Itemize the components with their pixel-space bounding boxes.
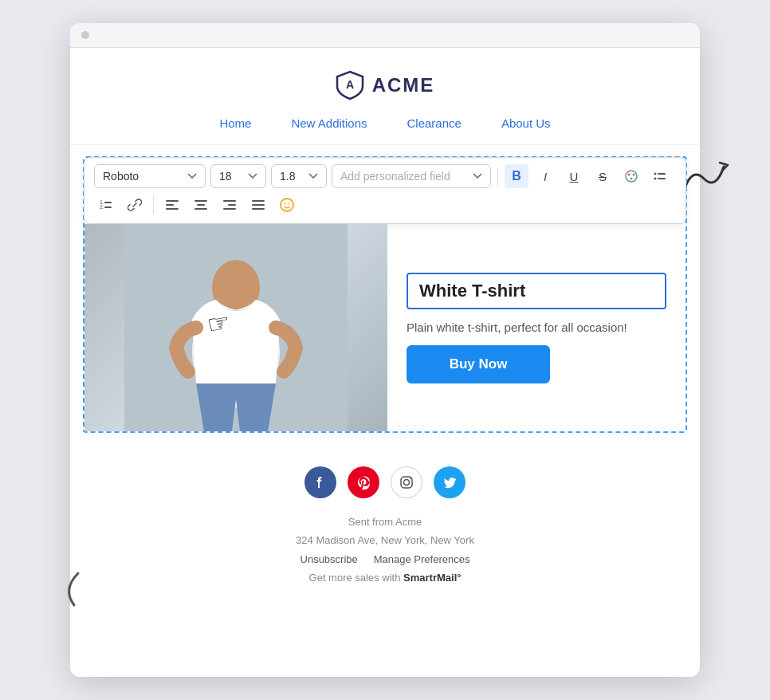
footer-links: Unsubscribe Manage Preferences bbox=[86, 553, 684, 565]
svg-rect-23 bbox=[252, 204, 265, 206]
italic-button[interactable]: I bbox=[533, 164, 557, 188]
product-section: White T-shirt Plain white t-shirt, perfe… bbox=[84, 224, 686, 431]
emoji-icon bbox=[279, 197, 295, 213]
browser-window: A ACME Home New Additions Clearance Abou… bbox=[70, 23, 700, 677]
toolbar-divider-1 bbox=[497, 167, 498, 186]
svg-point-26 bbox=[285, 203, 286, 205]
svg-point-25 bbox=[281, 199, 293, 211]
svg-rect-19 bbox=[223, 200, 236, 202]
svg-text:2.: 2. bbox=[100, 204, 104, 210]
email-footer: Sent from Acme 324 Madison Ave, New York… bbox=[70, 444, 700, 603]
browser-dot bbox=[81, 31, 89, 39]
justify-icon bbox=[252, 199, 265, 211]
product-info: White T-shirt Plain white t-shirt, perfe… bbox=[387, 224, 686, 431]
svg-point-2 bbox=[628, 174, 631, 176]
sent-from: Sent from Acme bbox=[86, 513, 684, 531]
align-left-icon bbox=[166, 199, 179, 211]
logo-area: A ACME bbox=[86, 70, 684, 100]
svg-rect-12 bbox=[104, 206, 112, 208]
svg-rect-16 bbox=[194, 200, 207, 202]
strikethrough-button[interactable]: S bbox=[591, 164, 615, 188]
list-unordered-icon bbox=[653, 169, 667, 183]
browser-chrome bbox=[70, 23, 700, 48]
powered-by-text: Get more sales with bbox=[309, 572, 401, 584]
nav-new-additions[interactable]: New Additions bbox=[291, 116, 367, 130]
svg-point-7 bbox=[654, 178, 657, 180]
unsubscribe-link[interactable]: Unsubscribe bbox=[301, 553, 358, 565]
list-ordered-icon: 1. 2. bbox=[99, 198, 113, 212]
email-content: A ACME Home New Additions Clearance Abou… bbox=[70, 48, 700, 603]
align-right-button[interactable] bbox=[218, 193, 242, 217]
ordered-list-button[interactable]: 1. 2. bbox=[94, 193, 118, 217]
link-icon bbox=[128, 198, 142, 212]
social-icons bbox=[86, 466, 684, 498]
align-center-icon bbox=[194, 199, 207, 211]
svg-rect-24 bbox=[252, 208, 265, 210]
line-spacing-select[interactable]: 1.8 1.0 1.2 1.5 2.0 bbox=[271, 164, 327, 188]
facebook-icon[interactable] bbox=[304, 466, 336, 498]
twitter-icon[interactable] bbox=[434, 466, 466, 498]
footer-text: Sent from Acme 324 Madison Ave, New York… bbox=[86, 513, 684, 550]
manage-preferences-link[interactable]: Manage Preferences bbox=[374, 553, 470, 565]
smartrmail-brand: SmartrMail° bbox=[403, 572, 461, 584]
svg-rect-8 bbox=[658, 178, 666, 179]
svg-rect-18 bbox=[194, 208, 207, 210]
product-title-box: White T-shirt bbox=[407, 273, 666, 309]
svg-rect-13 bbox=[166, 200, 179, 202]
svg-point-5 bbox=[654, 173, 657, 175]
svg-point-3 bbox=[633, 174, 635, 176]
product-illustration bbox=[124, 224, 348, 431]
font-select[interactable]: Roboto Arial Georgia bbox=[94, 164, 206, 188]
logo-shield-icon: A bbox=[336, 70, 364, 100]
footer-powered-by: Get more sales with SmartrMail° bbox=[86, 572, 684, 584]
instagram-icon[interactable] bbox=[391, 466, 422, 498]
color-picker-button[interactable] bbox=[619, 164, 643, 188]
svg-rect-14 bbox=[166, 204, 174, 206]
bold-button[interactable]: B bbox=[505, 164, 528, 188]
svg-point-27 bbox=[289, 203, 290, 205]
svg-rect-20 bbox=[228, 204, 236, 206]
svg-rect-17 bbox=[197, 204, 205, 206]
svg-rect-10 bbox=[104, 202, 112, 203]
emoji-button[interactable] bbox=[275, 193, 299, 217]
nav-links: Home New Additions Clearance About Us bbox=[86, 116, 684, 130]
svg-rect-22 bbox=[252, 200, 265, 202]
pinterest-icon[interactable] bbox=[348, 466, 379, 498]
svg-rect-6 bbox=[658, 173, 666, 175]
selection-area: Roboto Arial Georgia 18 12 14 16 20 24 1… bbox=[83, 156, 687, 433]
nav-clearance[interactable]: Clearance bbox=[407, 116, 462, 130]
toolbar-divider-2 bbox=[153, 195, 154, 214]
nav-about-us[interactable]: About Us bbox=[501, 116, 551, 130]
font-size-select[interactable]: 18 12 14 16 20 24 bbox=[210, 164, 266, 188]
align-center-button[interactable] bbox=[189, 193, 213, 217]
nav-home[interactable]: Home bbox=[219, 116, 251, 130]
color-palette-icon bbox=[624, 169, 638, 183]
footer-address: 324 Madison Ave, New York, New York bbox=[86, 531, 684, 549]
svg-point-4 bbox=[631, 178, 633, 180]
align-left-button[interactable] bbox=[160, 193, 184, 217]
underline-button[interactable]: U bbox=[562, 164, 586, 188]
svg-text:A: A bbox=[346, 78, 354, 91]
svg-rect-15 bbox=[166, 208, 179, 210]
product-description: Plain white t-shirt, perfect for all occ… bbox=[407, 321, 666, 334]
toolbar: Roboto Arial Georgia 18 12 14 16 20 24 1… bbox=[84, 157, 686, 224]
buy-now-button[interactable]: Buy Now bbox=[407, 345, 550, 383]
svg-point-1 bbox=[626, 171, 637, 182]
email-header: A ACME Home New Additions Clearance Abou… bbox=[70, 48, 700, 145]
justify-button[interactable] bbox=[246, 193, 270, 217]
svg-rect-21 bbox=[223, 208, 236, 210]
product-title: White T-shirt bbox=[419, 281, 525, 301]
align-right-icon bbox=[223, 199, 236, 211]
product-image-placeholder bbox=[84, 224, 387, 431]
personalized-field-select[interactable]: Add personalized field First Name Last N… bbox=[332, 164, 491, 188]
product-image bbox=[84, 224, 387, 431]
svg-point-33 bbox=[410, 478, 411, 480]
unordered-list-button[interactable] bbox=[648, 164, 672, 188]
logo-text: ACME bbox=[372, 74, 435, 96]
svg-point-32 bbox=[404, 480, 410, 486]
link-button[interactable] bbox=[123, 193, 147, 217]
